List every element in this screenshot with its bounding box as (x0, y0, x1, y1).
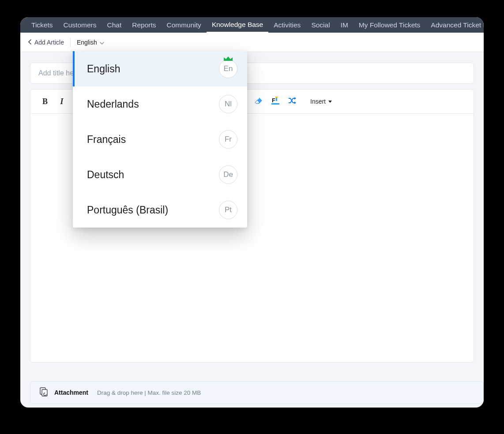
attachment-icon (39, 387, 49, 398)
shuffle-icon (288, 97, 296, 106)
svg-rect-5 (271, 103, 279, 105)
attachment-bar[interactable]: Attachment Drag & drop here | Max. file … (30, 381, 484, 404)
language-code: Fr (225, 135, 232, 144)
nav-item-knowledge-base[interactable]: Knowledge Base (207, 17, 268, 33)
language-code: Pt (225, 206, 232, 214)
language-option-portugues[interactable]: Português (Brasil) Pt (73, 192, 247, 228)
language-current-label: English (77, 39, 97, 46)
shuffle-button[interactable] (285, 94, 300, 109)
nav-item-my-followed-tickets[interactable]: My Followed Tickets (354, 17, 426, 33)
format-paint-icon: F (271, 97, 279, 106)
attachment-label: Attachment (54, 389, 88, 396)
nav-item-reports[interactable]: Reports (127, 17, 161, 33)
sub-header: Add Article English (20, 33, 484, 52)
language-option-nederlands[interactable]: Nederlands Nl (73, 86, 247, 122)
italic-icon: I (60, 97, 63, 106)
divider (70, 38, 71, 47)
nav-item-activities[interactable]: Activities (268, 17, 306, 33)
italic-button[interactable]: I (54, 94, 69, 109)
language-dropdown: English En Nederlands Nl Français Fr Deu… (73, 51, 247, 228)
language-name: Français (87, 134, 126, 146)
language-code-badge: En (219, 60, 237, 78)
format-paint-button[interactable]: F (268, 94, 283, 109)
nav-item-chat[interactable]: Chat (102, 17, 127, 33)
nav-item-advanced-ticket-filter[interactable]: Advanced Ticket Filte (425, 17, 484, 33)
breadcrumb-back[interactable]: Add Article (28, 39, 64, 46)
language-option-francais[interactable]: Français Fr (73, 122, 247, 157)
eraser-icon (255, 97, 263, 106)
language-name: Nederlands (87, 98, 139, 110)
language-name: English (87, 63, 120, 75)
svg-text:F: F (272, 97, 275, 104)
nav-item-im[interactable]: IM (335, 17, 354, 33)
bold-icon: B (42, 97, 48, 106)
chevron-left-icon (28, 39, 32, 46)
language-code-badge: Nl (219, 95, 237, 113)
language-option-english[interactable]: English En (73, 51, 247, 86)
eraser-button[interactable] (251, 94, 266, 109)
language-selector-trigger[interactable]: English (77, 39, 104, 46)
language-code: Nl (225, 100, 232, 108)
bold-button[interactable]: B (38, 94, 53, 109)
chevron-down-icon (100, 39, 104, 46)
language-name: Deutsch (87, 169, 124, 181)
nav-item-customers[interactable]: Customers (58, 17, 102, 33)
svg-rect-4 (275, 97, 278, 98)
attachment-hint: Drag & drop here | Max. file size 20 MB (97, 389, 201, 396)
nav-item-social[interactable]: Social (306, 17, 335, 33)
top-nav: Tickets Customers Chat Reports Community… (20, 17, 484, 33)
language-code-badge: Fr (219, 130, 237, 149)
language-name: Português (Brasil) (87, 204, 168, 216)
caret-down-icon (328, 101, 332, 103)
language-option-deutsch[interactable]: Deutsch De (73, 157, 247, 192)
language-code: En (224, 64, 233, 73)
crown-icon (223, 55, 233, 64)
svg-rect-3 (276, 97, 277, 101)
language-code-badge: De (219, 165, 237, 184)
insert-label: Insert (310, 98, 326, 105)
nav-item-tickets[interactable]: Tickets (26, 17, 58, 33)
language-code: De (223, 170, 233, 179)
insert-button[interactable]: Insert (307, 98, 335, 105)
breadcrumb-label: Add Article (34, 39, 64, 46)
language-code-badge: Pt (219, 201, 237, 219)
nav-item-community[interactable]: Community (161, 17, 206, 33)
